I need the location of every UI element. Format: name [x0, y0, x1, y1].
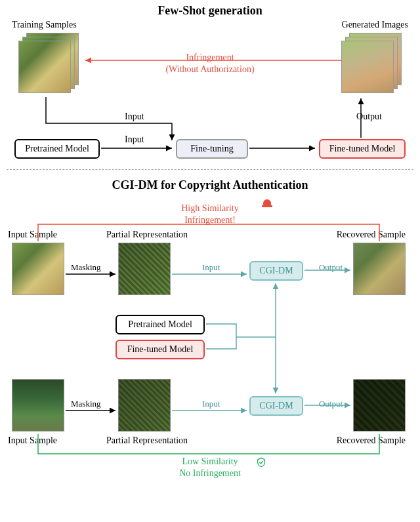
- cgi-dm-box-2: CGI-DM: [249, 396, 303, 416]
- partial-rep-label-2: Partial Representation: [106, 435, 188, 446]
- infringement-text-2: (Without Authorization): [0, 64, 420, 75]
- input-sample-2: [12, 379, 64, 432]
- training-samples-label: Training Samples: [12, 20, 77, 30]
- infringement-alert-text: Infringement!: [0, 215, 420, 226]
- partial-rep-label-1: Partial Representation: [106, 230, 188, 240]
- input-sample-label-1: Input Sample: [8, 230, 57, 240]
- section1-title: Few-Shot generation: [0, 4, 420, 18]
- infringement-text-1: Infringement: [0, 52, 420, 63]
- finetuned-model-box-2: Fine-tuned Model: [116, 340, 205, 359]
- cgi-dm-box-1: CGI-DM: [249, 261, 303, 281]
- output-label-cgi-2: Output: [319, 399, 343, 409]
- masking-label-1: Masking: [71, 262, 101, 273]
- input-label-cgi-2: Input: [202, 399, 220, 409]
- high-similarity-text: High Similarity: [0, 203, 420, 214]
- low-similarity-text: Low Similarity: [0, 456, 420, 467]
- recovered-label-2: Recovered Sample: [337, 435, 406, 446]
- pretrained-model-box-1: Pretrained Model: [14, 139, 100, 159]
- partial-rep-1: [118, 243, 171, 295]
- input-label-1: Input: [125, 111, 144, 122]
- pretrained-model-box-2: Pretrained Model: [116, 315, 205, 334]
- output-label-1: Output: [356, 111, 382, 122]
- finetuning-box: Fine-tuning: [176, 139, 248, 159]
- masking-label-2: Masking: [71, 399, 101, 409]
- generated-images-label: Generated Images: [342, 20, 408, 30]
- alarm-icon: [261, 197, 273, 209]
- input-sample-1: [12, 243, 64, 295]
- shield-check-icon: [256, 456, 266, 468]
- recovered-label-1: Recovered Sample: [337, 230, 406, 240]
- input-sample-label-2: Input Sample: [8, 435, 57, 446]
- recovered-sample-2: [353, 379, 406, 432]
- partial-rep-2: [118, 379, 171, 432]
- no-infringement-text: No Infringement: [0, 468, 420, 479]
- section-divider: [7, 169, 413, 170]
- input-label-cgi-1: Input: [202, 262, 220, 273]
- finetuned-model-box-1: Fine-tuned Model: [319, 139, 406, 159]
- output-label-cgi-1: Output: [319, 262, 343, 273]
- recovered-sample-1: [353, 243, 406, 295]
- section2-title: CGI-DM for Copyright Authentication: [0, 178, 420, 192]
- input-label-2: Input: [125, 134, 144, 145]
